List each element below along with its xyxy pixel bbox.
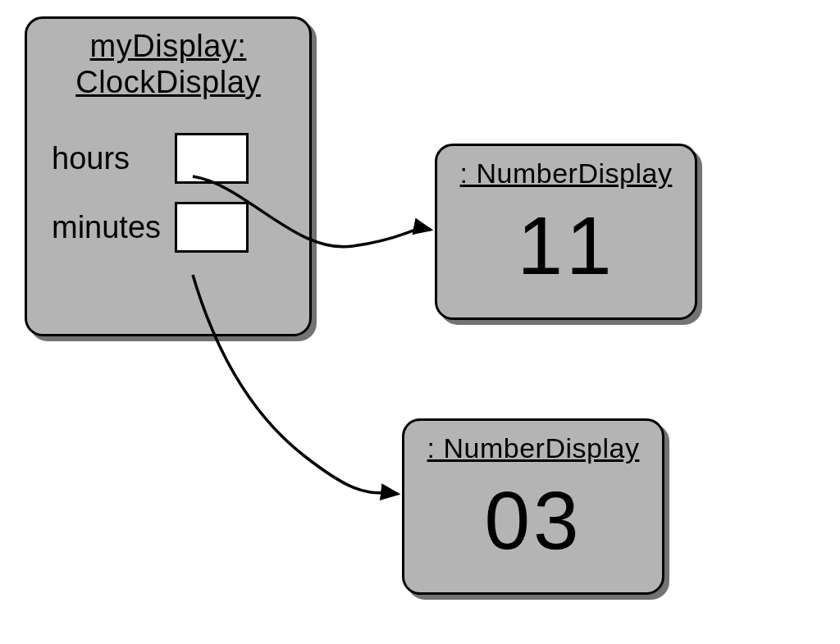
numberdisplay-hours-value: 11 [437,204,695,286]
numberdisplay-minutes-object: : NumberDisplay 03 [402,418,664,595]
field-minutes-slot [175,202,249,253]
clockdisplay-title-line2: ClockDisplay [75,65,261,99]
field-minutes-label: minutes [52,210,175,245]
clockdisplay-title-line1: myDisplay: [90,29,247,63]
field-minutes-row: minutes [52,202,309,253]
clockdisplay-fields: hours minutes [27,133,309,253]
numberdisplay-hours-object: : NumberDisplay 11 [435,144,697,320]
numberdisplay-minutes-value: 03 [404,479,662,561]
clockdisplay-object: myDisplay: ClockDisplay hours minutes [25,16,312,336]
numberdisplay-hours-title: : NumberDisplay [437,158,695,190]
clockdisplay-title: myDisplay: ClockDisplay [27,29,309,100]
field-hours-slot [175,133,249,184]
numberdisplay-minutes-title: : NumberDisplay [404,432,662,464]
field-hours-label: hours [52,141,175,176]
field-hours-row: hours [52,133,309,184]
